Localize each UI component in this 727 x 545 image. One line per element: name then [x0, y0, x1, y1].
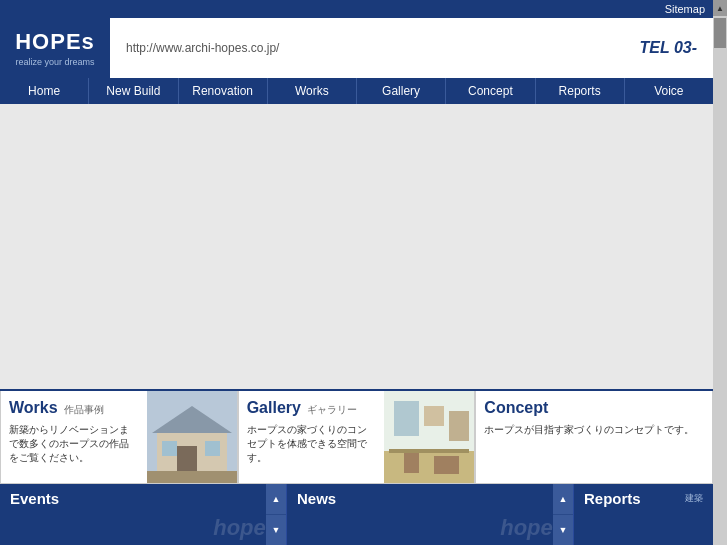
footer-news: News hopes ▲ ▼: [286, 484, 573, 545]
events-title[interactable]: Events: [10, 490, 59, 507]
footer-row: Events hopes ▲ ▼ News hopes ▲ ▼ Reports …: [0, 484, 713, 545]
news-scroll-down[interactable]: ▼: [553, 515, 573, 545]
header-tel: TEL 03-: [640, 39, 698, 57]
card-works-desc: 新築からリノベーションまで数多くのホープスの作品をご覧ください。: [9, 423, 139, 465]
card-concept-header: Concept: [484, 399, 704, 417]
footer-reports: Reports 建築: [573, 484, 713, 545]
reports-header: Reports 建築: [574, 484, 713, 511]
logo[interactable]: HOPEs realize your dreams: [0, 18, 110, 78]
card-concept-title: Concept: [484, 399, 548, 417]
card-concept-text: Concept ホープスが目指す家づくりのコンセプトです。: [476, 391, 712, 483]
card-gallery-title: Gallery: [247, 399, 301, 417]
header-right: http://www.archi-hopes.co.jp/ TEL 03-: [110, 39, 713, 57]
sitemap-bar: Sitemap: [0, 0, 713, 18]
events-scroll-btns: ▲ ▼: [266, 484, 286, 545]
news-header: News: [287, 484, 573, 511]
svg-rect-6: [147, 471, 237, 484]
svg-rect-8: [384, 451, 474, 484]
scroll-up-arrow[interactable]: ▲: [713, 0, 727, 16]
card-works-image: [147, 391, 237, 484]
header: HOPEs realize your dreams http://www.arc…: [0, 18, 713, 78]
logo-sub: realize your dreams: [15, 57, 94, 67]
card-gallery-image: [384, 391, 474, 484]
nav-item-voice[interactable]: Voice: [625, 78, 713, 104]
card-gallery[interactable]: Gallery ギャラリー ホープスの家づくりのコンセプトを体感できる空間です。: [238, 391, 476, 484]
card-works-header: Works 作品事例: [9, 399, 139, 417]
nav-item-works[interactable]: Works: [268, 78, 357, 104]
main-nav: Home New Build Renovation Works Gallery …: [0, 78, 713, 104]
card-gallery-photo: [384, 391, 474, 484]
nav-item-home[interactable]: Home: [0, 78, 89, 104]
footer-events: Events hopes ▲ ▼: [0, 484, 286, 545]
card-works-title: Works: [9, 399, 58, 417]
events-scroll-down[interactable]: ▼: [266, 515, 286, 545]
card-gallery-text: Gallery ギャラリー ホープスの家づくりのコンセプトを体感できる空間です。: [239, 391, 385, 483]
nav-item-concept[interactable]: Concept: [446, 78, 535, 104]
svg-rect-12: [449, 411, 469, 441]
svg-rect-5: [205, 441, 220, 456]
card-works-text: Works 作品事例 新築からリノベーションまで数多くのホープスの作品をご覧くだ…: [1, 391, 147, 483]
events-scroll-up[interactable]: ▲: [266, 484, 286, 515]
card-concept[interactable]: Concept ホープスが目指す家づくりのコンセプトです。: [475, 391, 713, 484]
nav-item-gallery[interactable]: Gallery: [357, 78, 446, 104]
sitemap-label[interactable]: Sitemap: [665, 3, 705, 15]
news-scroll-up[interactable]: ▲: [553, 484, 573, 515]
scroll-thumb[interactable]: [714, 18, 726, 48]
nav-item-newbuild[interactable]: New Build: [89, 78, 178, 104]
reports-badge: 建築: [685, 492, 703, 505]
card-concept-desc: ホープスが目指す家づくりのコンセプトです。: [484, 423, 704, 437]
news-scroll-btns: ▲ ▼: [553, 484, 573, 545]
cards-row: Works 作品事例 新築からリノベーションまで数多くのホープスの作品をご覧くだ…: [0, 389, 713, 484]
nav-item-reports[interactable]: Reports: [536, 78, 625, 104]
news-title[interactable]: News: [297, 490, 336, 507]
card-works-subtitle: 作品事例: [64, 403, 104, 417]
card-works[interactable]: Works 作品事例 新築からリノベーションまで数多くのホープスの作品をご覧くだ…: [0, 391, 238, 484]
card-works-photo: [147, 391, 237, 484]
reports-title[interactable]: Reports: [584, 490, 641, 507]
svg-rect-11: [424, 406, 444, 426]
card-gallery-desc: ホープスの家づくりのコンセプトを体感できる空間です。: [247, 423, 377, 465]
svg-rect-15: [434, 456, 459, 474]
card-gallery-header: Gallery ギャラリー: [247, 399, 377, 417]
header-url[interactable]: http://www.archi-hopes.co.jp/: [126, 41, 279, 55]
svg-rect-14: [404, 453, 419, 473]
main-hero: [0, 104, 713, 389]
scrollbar[interactable]: ▲: [713, 0, 727, 545]
svg-rect-10: [394, 401, 419, 436]
card-gallery-subtitle: ギャラリー: [307, 403, 357, 417]
svg-rect-4: [162, 441, 177, 456]
nav-item-renovation[interactable]: Renovation: [179, 78, 268, 104]
events-header: Events: [0, 484, 286, 511]
svg-rect-13: [389, 449, 469, 453]
logo-title: HOPEs: [15, 29, 95, 55]
